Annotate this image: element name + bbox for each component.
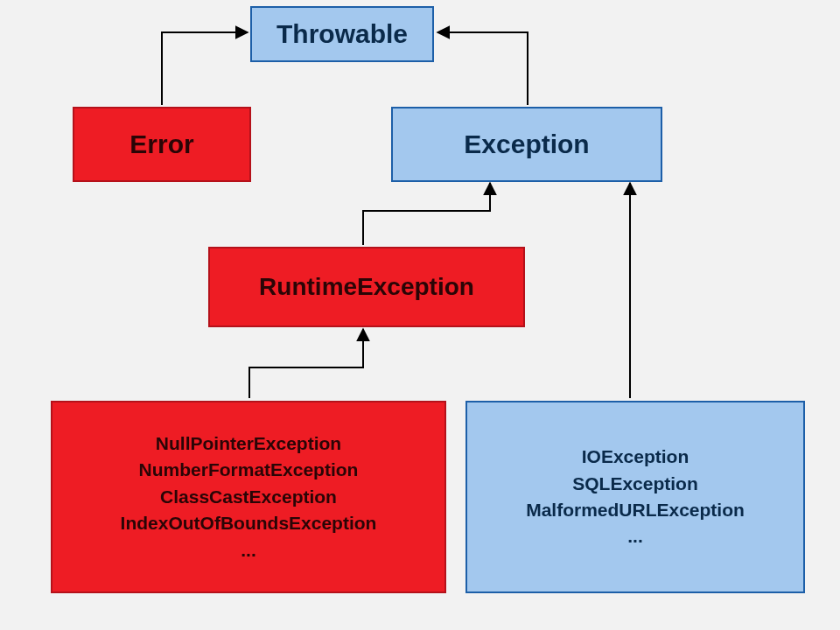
node-runtime-exception: RuntimeException <box>208 247 525 327</box>
node-runtime-examples: NullPointerException NumberFormatExcepti… <box>51 401 446 593</box>
node-label: Exception <box>464 130 589 159</box>
list-item: SQLException <box>572 471 698 497</box>
list-item: NullPointerException <box>156 430 341 457</box>
list-item: MalformedURLException <box>526 497 745 523</box>
list-item: ClassCastException <box>160 484 337 510</box>
list-item: NumberFormatException <box>139 457 359 483</box>
list-item: IndexOutOfBoundsException <box>121 510 377 536</box>
node-error: Error <box>73 107 251 182</box>
node-label: RuntimeException <box>259 273 474 301</box>
node-exception: Exception <box>391 107 662 182</box>
list-item: ... <box>627 523 643 550</box>
list-item: ... <box>241 537 256 564</box>
list-item: IOException <box>582 444 690 470</box>
node-throwable: Throwable <box>250 6 434 62</box>
node-label: Error <box>130 130 193 159</box>
node-label: Throwable <box>276 19 408 49</box>
node-checked-examples: IOException SQLException MalformedURLExc… <box>466 401 805 593</box>
